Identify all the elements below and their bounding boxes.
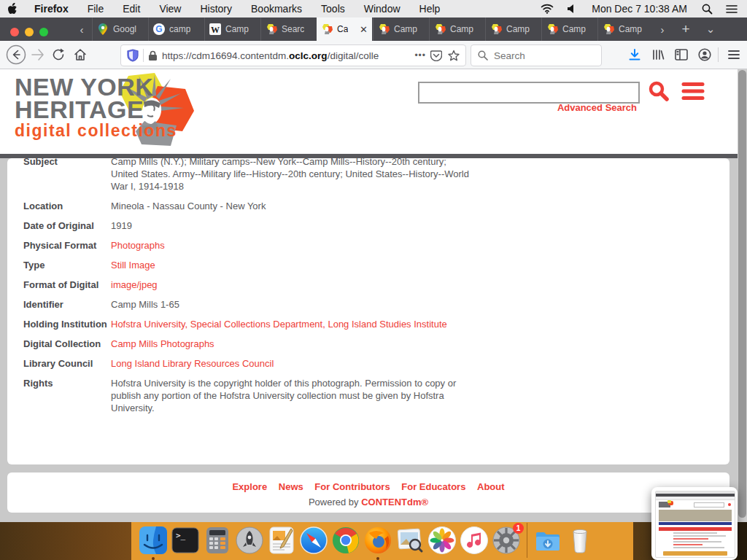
tab-camp-3[interactable]: Camp	[485, 18, 541, 41]
safari-dock-icon[interactable]	[299, 526, 328, 555]
metadata-row-library-council: Library Council Long Island Library Reso…	[23, 357, 729, 370]
page-actions-icon[interactable]: •••	[414, 50, 426, 61]
footer-link-news[interactable]: News	[279, 481, 303, 492]
physical-format-link[interactable]: Photographs	[111, 239, 476, 252]
window-zoom-button[interactable]	[39, 28, 48, 36]
ny-heritage-favicon	[490, 23, 502, 35]
footer-link-for-contributors[interactable]: For Contributors	[314, 481, 390, 492]
tab-google-search[interactable]: G camp	[148, 18, 204, 41]
photos-dock-icon[interactable]	[427, 526, 457, 555]
search-input[interactable]	[492, 50, 583, 62]
ny-heritage-favicon	[603, 23, 614, 35]
site-search-button[interactable]	[648, 80, 670, 105]
list-all-tabs-button[interactable]: ⌄	[702, 18, 719, 41]
system-preferences-dock-icon[interactable]: 1	[492, 526, 521, 555]
footer-link-for-educators[interactable]: For Educators	[401, 481, 465, 492]
menu-item-file[interactable]: File	[88, 3, 104, 15]
menu-item-edit[interactable]: Edit	[123, 3, 140, 15]
finder-dock-icon[interactable]	[139, 526, 168, 555]
tab-camp-5[interactable]: Camp	[597, 18, 653, 41]
calculator-dock-icon[interactable]	[203, 526, 232, 555]
menu-item-window[interactable]: Window	[364, 3, 400, 15]
browser-toolbar: https://cdm16694.contentdm.oclc.org/digi…	[0, 41, 747, 69]
tab-camp-1[interactable]: Camp	[373, 18, 428, 41]
library-icon[interactable]	[648, 44, 668, 65]
ny-heritage-favicon	[434, 23, 446, 35]
dock-separator	[527, 523, 527, 558]
page-scrollbar-thumb[interactable]	[738, 70, 746, 518]
site-logo[interactable]: NEW YORK HERITAGE digital collections	[15, 76, 177, 140]
wifi-icon[interactable]	[541, 3, 554, 15]
screenshot-thumbnail-preview	[655, 491, 735, 558]
metadata-row-rights: Rights Hofstra University is the copyrig…	[23, 377, 729, 414]
save-to-pocket-icon[interactable]	[430, 50, 442, 61]
notification-center-icon[interactable]	[725, 3, 738, 15]
sidebar-toggle-icon[interactable]	[671, 44, 692, 65]
screenshot-thumbnail[interactable]	[651, 487, 738, 560]
footer-link-explore[interactable]: Explore	[232, 481, 267, 492]
launchpad-dock-icon[interactable]	[235, 526, 264, 555]
spotlight-search-icon[interactable]	[700, 3, 713, 15]
browser-menu-icon[interactable]	[724, 44, 744, 65]
menu-item-tools[interactable]: Tools	[321, 3, 345, 15]
browser-search-bar[interactable]	[471, 44, 602, 66]
url-bar[interactable]: https://cdm16694.contentdm.oclc.org/digi…	[120, 44, 466, 66]
tab-camp-2[interactable]: Camp	[429, 18, 484, 41]
ny-heritage-favicon	[321, 23, 333, 35]
google-favicon: G	[153, 23, 165, 35]
menu-bar-clock[interactable]: Mon Dec 7 10:38 AM	[592, 3, 687, 15]
preview-dock-icon[interactable]	[395, 526, 425, 555]
browser-tab-bar: ‹ Googl G camp W Camp Searc Ca ✕ Camp Ca…	[0, 18, 747, 41]
notification-badge: 1	[513, 523, 524, 534]
metadata-row-subject: Subject Camp Mills (N.Y.); Military camp…	[23, 158, 729, 192]
web-page: NEW YORK HERITAGE digital collections Ad…	[0, 69, 747, 522]
tab-wikipedia[interactable]: W Camp	[204, 18, 260, 41]
library-council-link[interactable]: Long Island Library Resources Council	[111, 357, 476, 370]
trash-dock-icon[interactable]	[565, 526, 595, 555]
tracking-protection-shield-icon[interactable]	[127, 49, 139, 62]
holding-institution-link[interactable]: Hofstra University, Special Collections …	[111, 318, 476, 330]
format-of-digital-link[interactable]: image/jpeg	[111, 279, 476, 291]
https-lock-icon[interactable]	[148, 50, 158, 61]
downloads-folder-dock-icon[interactable]	[533, 526, 562, 555]
bookmark-star-icon[interactable]	[448, 50, 460, 61]
digital-collection-link[interactable]: Camp Mills Photographs	[111, 338, 476, 350]
site-menu-button[interactable]	[681, 82, 705, 104]
menu-item-bookmarks[interactable]: Bookmarks	[251, 3, 302, 15]
menu-item-firefox[interactable]: Firefox	[34, 3, 69, 15]
menu-item-history[interactable]: History	[200, 3, 232, 15]
tab-camp-mills-active[interactable]: Ca ✕	[317, 18, 372, 41]
terminal-dock-icon[interactable]: >_	[171, 526, 200, 555]
chrome-dock-icon[interactable]	[331, 526, 360, 555]
metadata-row-type: Type Still Image	[23, 259, 729, 271]
back-button[interactable]	[6, 44, 26, 65]
home-button[interactable]	[70, 44, 90, 65]
new-tab-button[interactable]: +	[677, 18, 694, 41]
type-link[interactable]: Still Image	[111, 259, 476, 271]
window-close-button[interactable]	[10, 28, 19, 36]
contentdm-link[interactable]: CONTENTdm®	[361, 497, 428, 508]
itunes-dock-icon[interactable]	[460, 526, 489, 555]
apple-menu-icon[interactable]	[6, 3, 19, 15]
account-icon[interactable]	[694, 44, 715, 65]
menu-item-help[interactable]: Help	[419, 3, 441, 15]
firefox-dock-icon[interactable]	[363, 526, 392, 555]
metadata-row-identifier: Identifier Camp Mills 1-65	[23, 298, 729, 311]
volume-icon[interactable]	[565, 3, 578, 15]
tab-search-results[interactable]: Searc	[260, 18, 316, 41]
tab-close-icon[interactable]: ✕	[360, 24, 368, 35]
scroll-tabs-left-button[interactable]: ‹	[73, 18, 90, 41]
advanced-search-link[interactable]: Advanced Search	[418, 102, 637, 113]
pages-dock-icon[interactable]	[267, 526, 296, 555]
reload-button[interactable]	[48, 44, 69, 65]
window-minimize-button[interactable]	[25, 28, 34, 36]
downloads-icon[interactable]	[624, 44, 645, 65]
tab-camp-4[interactable]: Camp	[541, 18, 597, 41]
tab-google-maps[interactable]: Googl	[92, 18, 147, 41]
forward-button[interactable]	[28, 44, 48, 65]
footer-link-about[interactable]: About	[477, 481, 505, 492]
wikipedia-favicon: W	[209, 23, 221, 35]
scroll-tabs-right-button[interactable]: ›	[654, 18, 671, 41]
site-search-input[interactable]	[418, 82, 640, 104]
menu-item-view[interactable]: View	[159, 3, 181, 15]
